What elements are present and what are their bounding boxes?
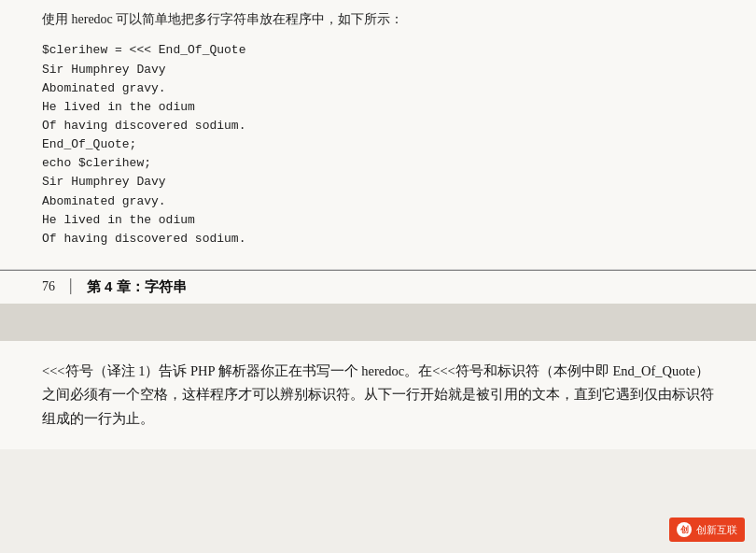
watermark-logo-inner: 创: [680, 524, 689, 536]
page-divider: [0, 304, 756, 341]
watermark-text: 创新互联: [696, 523, 737, 537]
page-bottom-section: <<<符号（译注 1）告诉 PHP 解析器你正在书写一个 heredoc。在<<…: [0, 341, 756, 449]
code-block: $clerihew = <<< End_Of_Quote Sir Humphre…: [42, 39, 714, 250]
watermark-logo: 创: [677, 522, 692, 537]
footer-divider: │: [66, 279, 76, 294]
bottom-paragraph: <<<符号（译注 1）告诉 PHP 解析器你正在书写一个 heredoc。在<<…: [42, 360, 714, 431]
intro-text: 使用 heredoc 可以简单地把多行字符串放在程序中，如下所示：: [42, 9, 714, 30]
watermark: 创 创新互联: [669, 518, 745, 542]
page-number: 76: [42, 279, 55, 294]
chapter-title: 第 4 章：字符串: [87, 278, 187, 296]
page-top-section: 使用 heredoc 可以简单地把多行字符串放在程序中，如下所示： $cleri…: [0, 0, 756, 270]
page-footer: 76 │ 第 4 章：字符串: [0, 270, 756, 304]
